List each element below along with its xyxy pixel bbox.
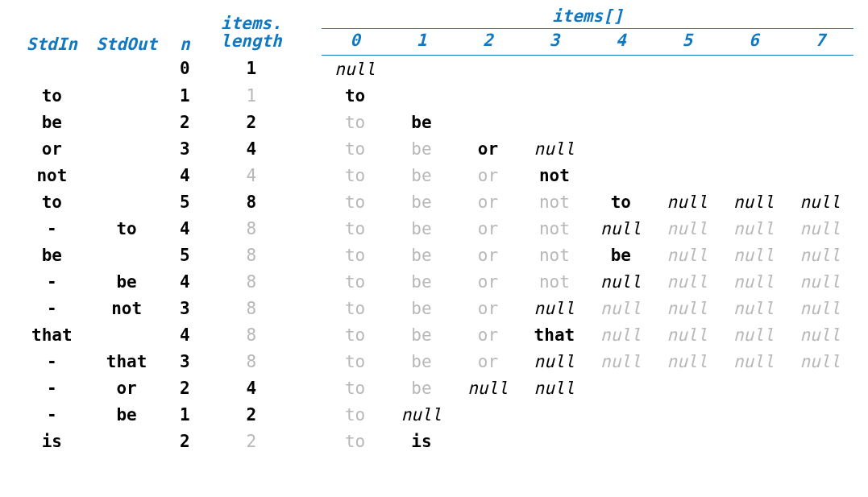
cell-stdout <box>89 82 164 109</box>
table-row: to11to <box>15 82 853 109</box>
cell-item: null <box>455 375 521 401</box>
cell-stdin: be <box>15 242 89 268</box>
cell-stdout <box>89 109 164 135</box>
cell-item: that <box>521 321 588 348</box>
cell-stdout <box>89 242 164 268</box>
table-row: to58tobeornottonullnullnull <box>15 188 853 215</box>
cell-item: or <box>455 295 521 321</box>
col-index-3: 3 <box>521 29 588 56</box>
cell-n: 1 <box>164 401 206 428</box>
cell-length: 4 <box>206 375 297 401</box>
cell-length: 2 <box>206 428 297 454</box>
cell-length: 2 <box>206 401 297 428</box>
cell-item: be <box>388 321 455 348</box>
cell-item: or <box>455 188 521 215</box>
cell-item: null <box>654 242 721 268</box>
table-row: -not38tobeornullnullnullnullnull <box>15 295 853 321</box>
gap-cell <box>297 162 322 188</box>
gap-cell <box>297 188 322 215</box>
cell-item <box>721 401 787 428</box>
gap-cell <box>297 401 322 428</box>
cell-item <box>455 401 521 428</box>
cell-stdout <box>89 428 164 454</box>
cell-stdout: be <box>89 268 164 295</box>
gap-cell <box>297 321 322 348</box>
cell-item: not <box>521 215 588 242</box>
col-index-0: 0 <box>322 29 388 56</box>
cell-item <box>787 109 853 135</box>
cell-stdin: - <box>15 348 89 375</box>
cell-item: or <box>455 321 521 348</box>
cell-stdout: be <box>89 401 164 428</box>
cell-item: null <box>721 268 787 295</box>
cell-item <box>455 56 521 83</box>
cell-item: null <box>588 321 654 348</box>
cell-n: 3 <box>164 135 206 162</box>
cell-item: null <box>521 375 588 401</box>
gap-cell <box>297 295 322 321</box>
table-row: 01null <box>15 56 853 83</box>
cell-item <box>588 428 654 454</box>
cell-item: be <box>388 215 455 242</box>
gap-cell <box>297 82 322 109</box>
cell-item: to <box>322 162 388 188</box>
cell-item <box>787 375 853 401</box>
cell-item <box>654 375 721 401</box>
table-row: be58tobeornotbenullnullnull <box>15 242 853 268</box>
cell-stdout <box>89 321 164 348</box>
gap-cell <box>297 242 322 268</box>
cell-n: 5 <box>164 188 206 215</box>
cell-item: is <box>388 428 455 454</box>
cell-item: null <box>721 215 787 242</box>
cell-item: or <box>455 215 521 242</box>
cell-item <box>721 56 787 83</box>
cell-stdout <box>89 135 164 162</box>
cell-item: null <box>787 295 853 321</box>
cell-item: to <box>322 268 388 295</box>
cell-stdin: to <box>15 82 89 109</box>
cell-item <box>654 401 721 428</box>
col-index-1: 1 <box>388 29 455 56</box>
gap-cell <box>297 135 322 162</box>
cell-item <box>721 428 787 454</box>
cell-length: 8 <box>206 321 297 348</box>
cell-item: not <box>521 162 588 188</box>
cell-item: or <box>455 135 521 162</box>
cell-item <box>787 82 853 109</box>
cell-item <box>455 82 521 109</box>
cell-n: 1 <box>164 82 206 109</box>
cell-item: be <box>388 242 455 268</box>
cell-item <box>654 56 721 83</box>
cell-item: to <box>322 428 388 454</box>
cell-item <box>721 82 787 109</box>
col-index-4: 4 <box>588 29 654 56</box>
cell-item: null <box>721 348 787 375</box>
cell-stdin: is <box>15 428 89 454</box>
col-header-items-array: items[] <box>322 5 853 29</box>
cell-item <box>588 162 654 188</box>
cell-item: null <box>721 295 787 321</box>
cell-item: be <box>388 268 455 295</box>
cell-item: to <box>322 135 388 162</box>
cell-item <box>588 401 654 428</box>
cell-n: 2 <box>164 428 206 454</box>
items-length-line1: items. <box>221 14 282 33</box>
cell-item <box>588 375 654 401</box>
cell-item <box>721 109 787 135</box>
cell-item: not <box>521 242 588 268</box>
cell-item <box>654 162 721 188</box>
cell-item: null <box>654 348 721 375</box>
cell-item <box>787 162 853 188</box>
cell-stdout: not <box>89 295 164 321</box>
cell-item: null <box>721 242 787 268</box>
cell-n: 4 <box>164 268 206 295</box>
cell-item: not <box>521 188 588 215</box>
table-row: -to48tobeornotnullnullnullnull <box>15 215 853 242</box>
cell-n: 4 <box>164 215 206 242</box>
table-row: -that38tobeornullnullnullnullnull <box>15 348 853 375</box>
cell-item: or <box>455 348 521 375</box>
cell-n: 3 <box>164 348 206 375</box>
cell-stdout <box>89 56 164 83</box>
col-header-items-length: items. length <box>206 5 297 56</box>
cell-item: null <box>787 321 853 348</box>
